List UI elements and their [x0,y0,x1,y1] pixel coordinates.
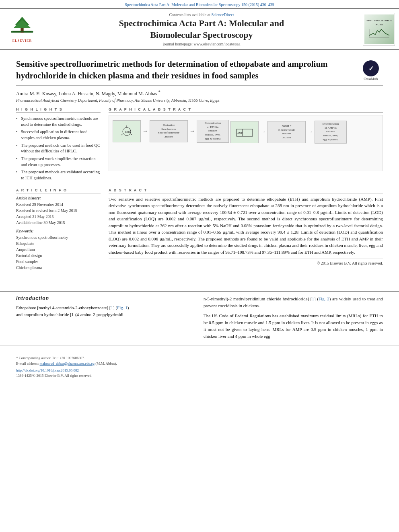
gab-arrow-2: → [189,128,195,134]
eth-structure-icon: ETH [115,124,139,138]
introduction-section: Introduction Ethopabate [methyl 4-acetam… [0,296,399,343]
crossmark-section: ✓ CrossMark [359,60,383,81]
list-item: The proposed work simplifies the extract… [16,155,101,168]
article-history-section: Article history: Received 29 November 20… [16,196,101,226]
list-item: The proposed methods are validated accor… [16,168,101,182]
intro-right-para-2: The US Code of Federal Regulations has e… [204,312,383,340]
crossmark-label: CrossMark [364,77,378,81]
keyword-6: Chicken plasma [16,265,101,271]
journal-header: ELSEVIER Contents lists available at Sci… [0,8,399,50]
svg-line-10 [121,134,123,135]
gab-naoh-box: NaOH +K-ferricyanidereaction362 nm [267,121,306,143]
graphical-abstract-label: G R A P H I C A L A B S T R A C T [109,107,383,113]
intro-right-para-1: n-5-ylmethyl)-2 methylpyridinium chlorid… [204,296,383,309]
article-info-abstract-section: A R T I C L E I N F O Article history: R… [16,188,383,271]
gab-results-amp: Determinationof AMP inchickenmuscle, liv… [315,121,347,144]
top-banner: Spectrochimica Acta Part A: Molecular an… [0,0,399,8]
amp-structure-icon: AMP [232,125,257,139]
svg-text:ETH: ETH [125,131,130,133]
affiliation: Pharmaceutical Analytical Chemistry Depa… [16,98,383,103]
keywords-label: Keywords: [16,229,101,233]
svg-text:AMP: AMP [237,132,243,134]
abstract-text: Two sensitive and selective spectrofluor… [109,196,383,256]
highlights-list: Synchronous spectrofluorimetric methods … [16,115,101,182]
list-item: Successful application in different food… [16,128,101,142]
authors: Amira M. El-Kosasy, Lobna A. Hussein, N.… [16,90,383,97]
article-info-label: A R T I C L E I N F O [16,188,101,193]
abstract-col: A B S T R A C T Two sensitive and select… [109,188,383,271]
email-suffix: (M.M. Abbas). [95,362,117,366]
keywords-section: Keywords: Synchronous spectrofluorimetry… [16,229,101,271]
graphical-abstract-box: ETH → DerivativeSynchronousSpectrofluori… [109,115,383,171]
issn-text: 1386-1425/© 2015 Elsevier B.V. All right… [16,373,383,379]
section-divider [0,291,399,292]
gab-arrow-1: → [142,128,148,134]
corresponding-author-text: * Corresponding author. Tel.: +20 100760… [16,356,85,360]
spectrochimica-logo: SPECTROCHIMICA ACTA [363,13,395,46]
article-title-section: Sensitive spectrofluorimetric methods fo… [16,58,383,86]
science-direct-line: Contents lists available at ScienceDirec… [44,12,359,17]
email-link[interactable]: mahmoud_abbas@pharma.asu.edu.eg [39,362,95,366]
email-note: E-mail address: mahmoud_abbas@pharma.asu… [16,361,383,367]
gab-arrow-3: → [260,129,266,135]
article-title: Sensitive spectrofluorimetric methods fo… [16,58,359,81]
science-direct-link[interactable]: ScienceDirect [211,12,234,17]
history-label: Article history: [16,196,101,200]
main-content: Sensitive spectrofluorimetric methods fo… [0,50,399,285]
and-text: and [16,312,23,317]
intro-heading: Introduction [16,296,195,301]
fig-1-link[interactable]: Fig. 1 [117,305,128,310]
spectrochimica-logo-inner: SPECTROCHIMICA ACTA [364,14,394,44]
elsevier-label: ELSEVIER [12,39,32,43]
intro-left-para: Ethopabate [methyl 4-acetamido-2-ethoxyb… [16,304,195,318]
history-item-2: Received in revised form 2 May 2015 [16,207,101,214]
crossmark-icon[interactable]: ✓ [363,60,379,76]
ref-1-link-2[interactable]: 1 [312,296,315,301]
banner-text: Spectrochimica Acta Part A: Molecular an… [125,2,274,7]
footer-links: http://dx.doi.org/10.1016/j.saa.2015.05.… [16,368,383,379]
intro-right-col: n-5-ylmethyl)-2 methylpyridinium chlorid… [204,296,383,343]
footer-section: * Corresponding author. Tel.: +20 100760… [0,345,399,381]
gab-eth-structure: ETH [113,120,141,142]
elsevier-logo: ELSEVIER [4,16,40,43]
gab-amp-structure: AMP [230,121,259,143]
footer-divider [16,352,383,352]
history-item-4: Available online 30 May 2015 [16,220,101,226]
gab-results-eth: Determinationof ETH inchickenmuscle, liv… [197,120,229,143]
keyword-1: Synchronous spectrofluorimetry [16,234,101,240]
keyword-2: Ethopabate [16,240,101,246]
journal-title-main: Spectrochimica Acta Part A: Molecular an… [44,18,359,41]
intro-left-col: Introduction Ethopabate [methyl 4-acetam… [16,296,195,343]
history-item-1: Received 29 November 2014 [16,201,101,207]
keyword-3: Amprolium [16,246,101,253]
highlights-col: H I G H L I G H T S Synchronous spectrof… [16,107,101,182]
list-item: Synchronous spectrofluorimetric methods … [16,115,101,128]
email-label: E-mail address: [16,362,39,366]
copyright-line: © 2015 Elsevier B.V. All rights reserved… [109,259,383,265]
keyword-5: Food samples [16,259,101,265]
highlights-label: H I G H L I G H T S [16,107,101,113]
elsevier-tree-icon [8,16,36,38]
list-item: The proposed methods can be used in food… [16,142,101,155]
history-item-3: Accepted 21 May 2015 [16,214,101,220]
author-names: Amira M. El-Kosasy, Lobna A. Hussein, N.… [16,91,160,97]
fig-2-link[interactable]: Fig. 2 [319,296,329,301]
doi-link[interactable]: http://dx.doi.org/10.1016/j.saa.2015.05.… [16,368,383,372]
gab-derivative-box: DerivativeSynchronousSpectrofluorimetry2… [150,120,188,142]
highlights-graphical-section: H I G H L I G H T S Synchronous spectrof… [16,107,383,182]
keyword-4: Factorial design [16,253,101,259]
ref-1-link[interactable]: 1 [111,305,113,310]
corresponding-author-note: * Corresponding author. Tel.: +20 100760… [16,355,383,361]
article-info-col: A R T I C L E I N F O Article history: R… [16,188,101,271]
abstract-label: A B S T R A C T [109,188,383,193]
svg-rect-1 [21,27,23,33]
journal-title-block: Contents lists available at ScienceDirec… [44,12,359,46]
logo-chart-icon [367,27,391,39]
graphical-abstract-col: G R A P H I C A L A B S T R A C T ETH → [109,107,383,182]
svg-line-9 [130,134,132,135]
gab-arrow-4: → [307,129,313,135]
journal-homepage: journal homepage: www.elsevier.com/locat… [44,42,359,46]
